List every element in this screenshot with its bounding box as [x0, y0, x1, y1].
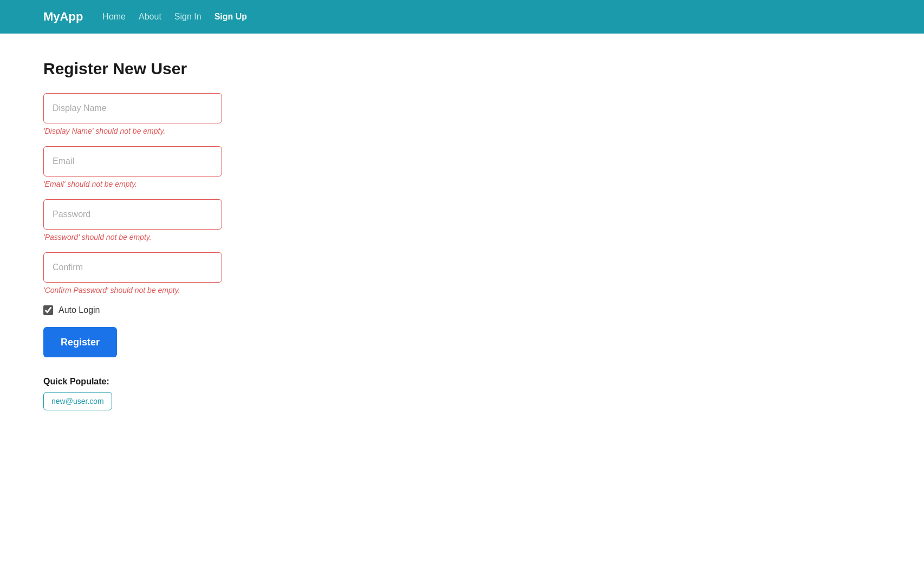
password-group: 'Password' should not be empty.: [43, 199, 881, 241]
auto-login-label[interactable]: Auto Login: [58, 305, 100, 315]
confirm-input[interactable]: [43, 252, 222, 283]
auto-login-row: Auto Login: [43, 305, 881, 315]
nav-link-signin[interactable]: Sign In: [174, 12, 201, 22]
password-input[interactable]: [43, 199, 222, 230]
nav-link-signup[interactable]: Sign Up: [214, 12, 247, 22]
nav-link-home[interactable]: Home: [102, 12, 126, 22]
page-title: Register New User: [43, 60, 881, 78]
nav-brand[interactable]: MyApp: [43, 10, 83, 24]
navbar: MyApp Home About Sign In Sign Up: [0, 0, 924, 34]
display-name-input[interactable]: [43, 93, 222, 123]
display-name-group: 'Display Name' should not be empty.: [43, 93, 881, 135]
email-input[interactable]: [43, 146, 222, 176]
confirm-error: 'Confirm Password' should not be empty.: [43, 286, 881, 295]
email-error: 'Email' should not be empty.: [43, 180, 881, 188]
auto-login-checkbox[interactable]: [43, 305, 53, 315]
main-content: Register New User 'Display Name' should …: [0, 34, 924, 436]
register-button[interactable]: Register: [43, 327, 117, 357]
quick-populate-section: Quick Populate: new@user.com: [43, 377, 881, 410]
display-name-error: 'Display Name' should not be empty.: [43, 127, 881, 135]
quick-populate-button[interactable]: new@user.com: [43, 392, 112, 410]
password-error: 'Password' should not be empty.: [43, 233, 881, 241]
quick-populate-label: Quick Populate:: [43, 377, 881, 387]
email-group: 'Email' should not be empty.: [43, 146, 881, 188]
nav-link-about[interactable]: About: [139, 12, 161, 22]
confirm-group: 'Confirm Password' should not be empty.: [43, 252, 881, 295]
